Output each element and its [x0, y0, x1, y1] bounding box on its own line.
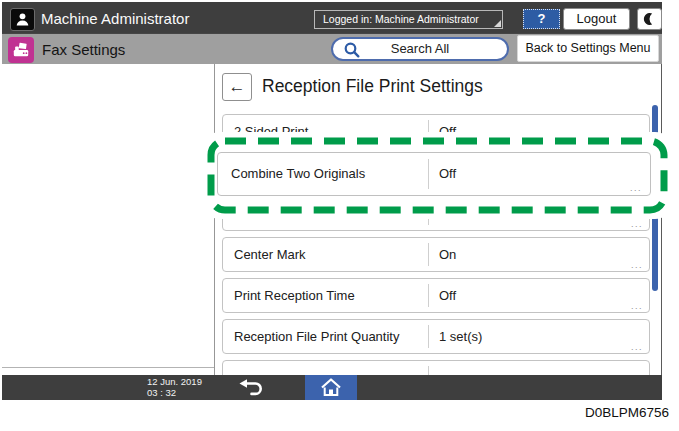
settings-row-print-reception-time[interactable]: Print Reception Time Off ...: [222, 278, 650, 313]
row-divider: [428, 325, 429, 348]
settings-row-reception-file-print-quantity[interactable]: Reception File Print Quantity 1 set(s) .…: [222, 319, 650, 354]
more-options-indicator: ...: [631, 219, 643, 229]
home-button[interactable]: [305, 375, 357, 400]
help-button[interactable]: ?: [523, 9, 560, 29]
settings-row-center-mark[interactable]: Center Mark On ...: [222, 237, 650, 272]
back-button[interactable]: ←: [222, 73, 252, 101]
figure-caption: D0BLPM6756: [585, 405, 669, 420]
settings-row-combine-two-originals[interactable]: Combine Two Originals Off ...: [217, 152, 651, 196]
fax-app-icon: [8, 37, 34, 63]
login-status-label: Logged in: Machine Administrator: [323, 11, 479, 28]
row-divider: [428, 243, 429, 266]
search-placeholder: Search All: [333, 39, 507, 59]
undo-arrow-icon: [238, 379, 264, 396]
moon-icon: [643, 12, 657, 26]
bottom-system-bar: 12 Jun. 2019 03 : 32: [2, 375, 662, 400]
person-icon: [15, 12, 30, 27]
setting-value: Off: [439, 279, 456, 312]
setting-value: Off: [439, 153, 456, 195]
sidebar-divider: [2, 367, 214, 368]
settings-sidebar: [2, 64, 215, 375]
energy-saver-button[interactable]: [637, 8, 662, 30]
row-divider: [428, 159, 429, 189]
more-options-indicator: ...: [631, 301, 643, 311]
back-navigation-button[interactable]: [235, 378, 267, 397]
more-options-indicator: ...: [630, 183, 642, 193]
highlight-callout: Combine Two Originals Off ...: [202, 132, 673, 219]
search-all-field[interactable]: Search All: [331, 37, 509, 61]
time-label: 03 : 32: [147, 388, 202, 399]
logout-button[interactable]: Logout: [563, 8, 630, 30]
more-options-indicator: ...: [631, 260, 643, 270]
logged-in-user-name: Machine Administrator: [41, 10, 189, 27]
date-label: 12 Jun. 2019: [147, 377, 202, 388]
app-title: Fax Settings: [42, 41, 125, 58]
setting-label: Combine Two Originals: [231, 153, 365, 195]
back-to-settings-menu-button[interactable]: Back to Settings Menu: [517, 35, 659, 62]
fax-settings-screen: Machine Administrator Logged in: Machine…: [0, 0, 679, 431]
setting-label: Center Mark: [234, 238, 306, 271]
user-avatar-button[interactable]: [10, 8, 35, 31]
home-icon: [320, 378, 342, 397]
row-divider: [428, 284, 429, 307]
more-options-indicator: ...: [631, 342, 643, 352]
setting-value: On: [439, 238, 456, 271]
setting-value: 1 set(s): [439, 320, 482, 353]
page-title: Reception File Print Settings: [262, 76, 483, 97]
fax-machine-icon: [12, 41, 30, 59]
login-status-dropdown[interactable]: Logged in: Machine Administrator: [314, 10, 503, 29]
setting-label: Print Reception Time: [234, 279, 355, 312]
date-time-display: 12 Jun. 2019 03 : 32: [147, 377, 202, 398]
setting-label: Reception File Print Quantity: [234, 320, 399, 353]
dropdown-caret-icon: [494, 20, 501, 27]
top-status-bar: Machine Administrator Logged in: Machine…: [2, 2, 662, 33]
